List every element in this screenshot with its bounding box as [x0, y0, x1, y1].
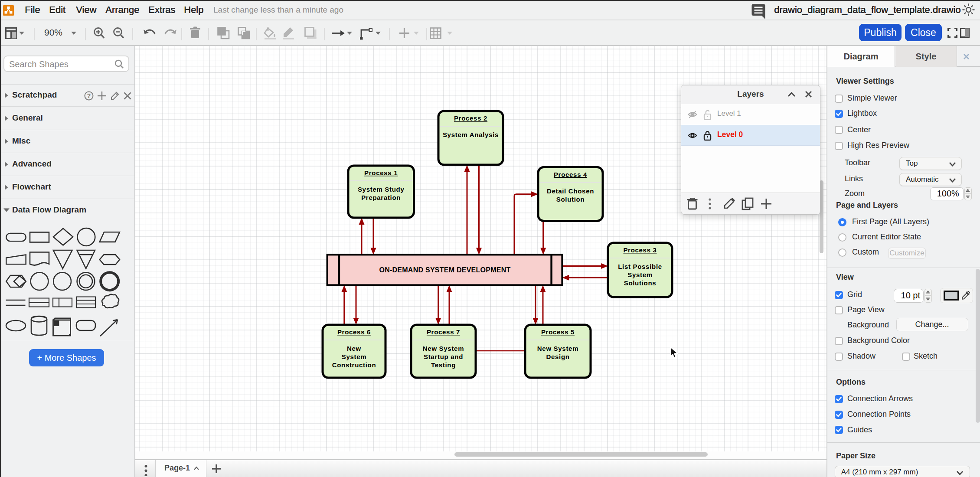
svg-text:Detail Chosen: Detail Chosen	[547, 187, 594, 195]
svg-text:Solution: Solution	[556, 196, 585, 203]
svg-text:System: System	[627, 271, 653, 278]
svg-text:System Study: System Study	[358, 186, 405, 193]
svg-text:Process 5: Process 5	[541, 328, 575, 336]
svg-text:Startup and: Startup and	[424, 353, 463, 360]
svg-text:System Analysis: System Analysis	[443, 131, 499, 138]
svg-text:Construction: Construction	[332, 361, 376, 369]
svg-text:Solutions: Solutions	[624, 279, 657, 287]
svg-text:Design: Design	[546, 353, 569, 360]
svg-text:Process 6: Process 6	[337, 328, 371, 336]
svg-text:Testing: Testing	[431, 361, 456, 369]
svg-text:System: System	[342, 353, 367, 360]
svg-text:ON-DEMAND SYSTEM DEVELOPMENT: ON-DEMAND SYSTEM DEVELOPMENT	[379, 266, 510, 274]
svg-text:Process 1: Process 1	[364, 169, 398, 176]
svg-text:Preparation: Preparation	[361, 194, 401, 201]
svg-text:Process 2: Process 2	[454, 114, 487, 122]
svg-text:Process 3: Process 3	[623, 246, 657, 254]
svg-text:New System: New System	[423, 345, 464, 352]
svg-text:New: New	[347, 345, 361, 352]
svg-text:List Possible: List Possible	[618, 263, 662, 270]
svg-text:?: ?	[87, 92, 91, 99]
svg-text:Process 4: Process 4	[554, 171, 587, 178]
svg-text:New System: New System	[537, 345, 578, 352]
svg-text:Process 7: Process 7	[427, 328, 460, 336]
